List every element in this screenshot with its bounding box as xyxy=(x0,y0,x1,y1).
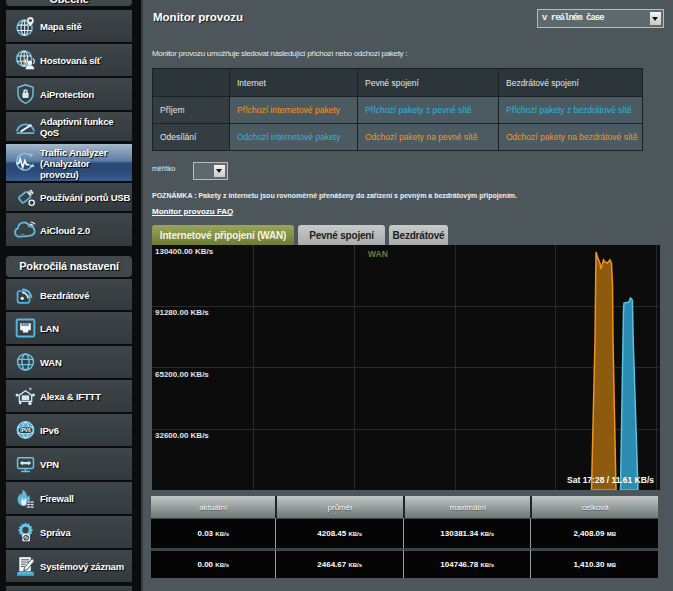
svg-text:IPV6: IPV6 xyxy=(20,428,31,433)
